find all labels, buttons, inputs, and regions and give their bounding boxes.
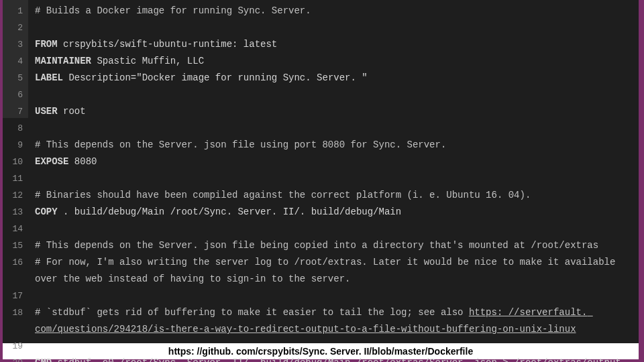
code-line: # This depends on the Server. json file … [35, 137, 639, 154]
line-number: 20 [5, 355, 23, 362]
code-line: # Binaries should have been compiled aga… [35, 187, 639, 204]
line-number-gutter: 12345678910111213141516 1718 1920 [3, 0, 28, 362]
line-number: 11 [5, 170, 23, 187]
line-number: 5 [5, 70, 23, 86]
line-number: 6 [5, 86, 23, 103]
code-line: # This depends on the Server. json file … [35, 237, 639, 254]
line-number: 3 [5, 36, 23, 53]
code-text: stdbuf -o0 /root/Sync. Server. II/. buil… [35, 357, 633, 362]
line-number: 15 [5, 237, 23, 254]
line-number: 14 [5, 221, 23, 237]
code-text: . build/debug/Main /root/Sync. Server. I… [58, 206, 401, 217]
code-lines[interactable]: # Builds a Docker image for running Sync… [28, 0, 639, 362]
dockerfile-keyword: COPY [35, 206, 58, 217]
comment-text: # `stdbuf` gets rid of buffering to make… [35, 307, 469, 318]
line-number [5, 271, 23, 288]
code-text: Description="Docker image for running Sy… [63, 72, 368, 83]
line-number: 10 [5, 154, 23, 170]
line-number: 19 [5, 338, 23, 355]
code-text: 8080 [68, 156, 97, 167]
code-line: FROM crspybits/swift-ubuntu-runtime: lat… [35, 36, 639, 53]
code-editor: 12345678910111213141516 1718 1920 # Buil… [3, 0, 639, 359]
comment-text: # For now, I'm also writing the server l… [35, 257, 621, 284]
line-number: 13 [5, 204, 23, 221]
code-line: USER root [35, 103, 639, 120]
code-text: root [58, 106, 86, 117]
line-number [5, 321, 23, 338]
code-line [35, 338, 639, 355]
code-line [35, 221, 639, 237]
code-line [35, 120, 639, 137]
dockerfile-keyword: MAINTAINER [35, 56, 91, 66]
code-line: COPY . build/debug/Main /root/Sync. Serv… [35, 204, 639, 221]
dockerfile-keyword: LABEL [35, 72, 63, 83]
line-number: 18 [5, 304, 23, 321]
line-number: 1 [5, 3, 23, 19]
line-number: 16 [5, 254, 23, 271]
dockerfile-keyword: USER [35, 106, 58, 117]
code-line: CMD stdbuf -o0 /root/Sync. Server. II/. … [35, 355, 639, 362]
code-line [35, 288, 639, 304]
code-line: # For now, I'm also writing the server l… [35, 254, 639, 288]
comment-text: # This depends on the Server. json file … [35, 240, 598, 251]
comment-text: # Binaries should have been compiled aga… [35, 190, 531, 200]
dockerfile-keyword: EXPOSE [35, 156, 68, 167]
comment-text: # Builds a Docker image for running Sync… [35, 5, 311, 16]
code-line [35, 86, 639, 103]
code-line: # `stdbuf` gets rid of buffering to make… [35, 304, 639, 338]
code-line: LABEL Description="Docker image for runn… [35, 70, 639, 86]
dockerfile-keyword: FROM [35, 39, 58, 50]
line-number: 17 [5, 288, 23, 304]
comment-text: # This depends on the Server. json file … [35, 139, 446, 150]
code-line [35, 170, 639, 187]
code-line [35, 19, 639, 36]
code-line: # Builds a Docker image for running Sync… [35, 3, 639, 19]
line-number: 7 [5, 103, 23, 120]
code-text: Spastic Muffin, LLC [91, 56, 204, 66]
line-number: 12 [5, 187, 23, 204]
code-line: MAINTAINER Spastic Muffin, LLC [35, 53, 639, 70]
line-number: 9 [5, 137, 23, 154]
code-line: EXPOSE 8080 [35, 154, 639, 170]
dockerfile-keyword: CMD [35, 357, 52, 362]
line-number: 8 [5, 120, 23, 137]
code-area: 12345678910111213141516 1718 1920 # Buil… [3, 0, 639, 362]
code-text: crspybits/swift-ubuntu-runtime: latest [58, 39, 278, 50]
line-number: 2 [5, 19, 23, 36]
line-number: 4 [5, 53, 23, 70]
